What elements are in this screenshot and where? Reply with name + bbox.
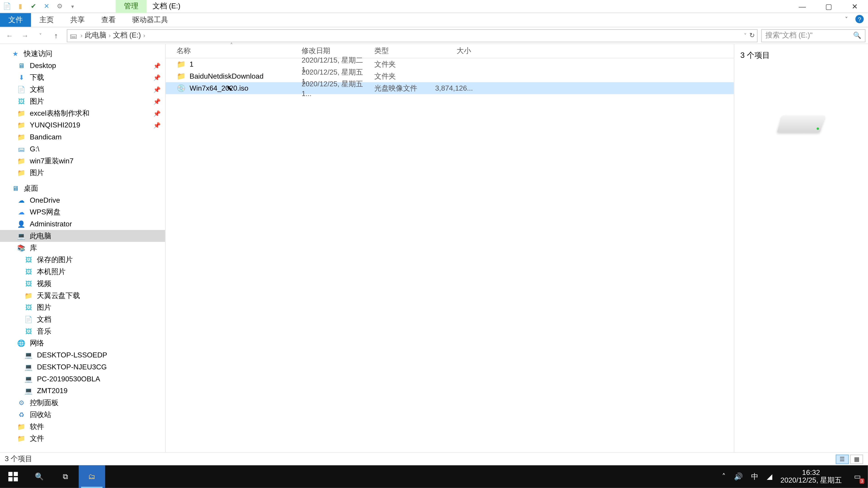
breadcrumb-item[interactable]: 此电脑 xyxy=(84,30,107,40)
tree-item[interactable]: ⬇下载📌 xyxy=(0,71,165,84)
history-dropdown-icon[interactable]: ˅ xyxy=(33,28,48,42)
breadcrumb-item[interactable]: 文档 (E:) xyxy=(112,30,142,40)
preview-pane: 3 个项目 xyxy=(734,44,868,452)
column-header-size[interactable]: 大小 xyxy=(435,46,475,56)
tree-item[interactable]: 🖴G:\ xyxy=(0,143,165,155)
tree-item[interactable]: 🖼保存的图片 xyxy=(0,254,165,266)
tree-item[interactable]: 📁图片 xyxy=(0,167,165,179)
tab-share[interactable]: 共享 xyxy=(62,13,93,27)
tree-item[interactable]: 📁Bandicam xyxy=(0,131,165,143)
tree-item[interactable]: 📁YUNQISHI2019📌 xyxy=(0,119,165,131)
chevron-right-icon[interactable]: › xyxy=(142,32,147,39)
pic-icon: 🖼 xyxy=(24,255,33,265)
ime-indicator[interactable]: 中 xyxy=(751,471,758,482)
tree-item[interactable]: 💻ZMT2019 xyxy=(0,385,165,397)
navigation-pane[interactable]: ★快速访问🖥Desktop📌⬇下载📌📄文档📌🖼图片📌📁excel表格制作求和📌📁… xyxy=(0,44,166,452)
file-row[interactable]: 📁12020/12/15, 星期二 1...文件夹 xyxy=(166,58,734,70)
tree-item[interactable]: 📁软件 xyxy=(0,421,165,433)
tab-file[interactable]: 文件 xyxy=(0,13,31,27)
tree-item[interactable]: 📄文档📌 xyxy=(0,84,165,95)
clock[interactable]: 16:32 2020/12/25, 星期五 xyxy=(780,469,842,484)
qat-gear-icon[interactable]: ⚙ xyxy=(55,2,64,11)
column-header-name[interactable]: 名称˄ xyxy=(177,46,302,56)
context-tab-manage[interactable]: 管理 xyxy=(116,0,147,13)
tree-item[interactable]: ♻回收站 xyxy=(0,409,165,421)
tray-overflow-icon[interactable]: ˄ xyxy=(722,473,725,481)
thumbnails-view-button[interactable]: ▦ xyxy=(850,454,863,464)
tree-item[interactable]: ☁WPS网盘 xyxy=(0,206,165,218)
up-button[interactable]: ↑ xyxy=(49,28,63,42)
tab-view[interactable]: 查看 xyxy=(93,13,124,27)
onedrive-icon: ☁ xyxy=(17,195,26,205)
column-header-type[interactable]: 类型 xyxy=(374,46,435,56)
qat-check-icon[interactable]: ✔ xyxy=(29,2,38,11)
search-button[interactable]: 🔍 xyxy=(26,465,53,488)
tree-item[interactable]: 🖼图片📌 xyxy=(0,95,165,107)
tree-item[interactable]: 📁文件 xyxy=(0,432,165,445)
chevron-right-icon[interactable]: › xyxy=(79,32,84,39)
tree-item-label: PC-20190530OBLA xyxy=(37,375,100,383)
tree-item[interactable]: 💻DESKTOP-LSSOEDP xyxy=(0,349,165,361)
qat-close-icon[interactable]: ✕ xyxy=(42,2,51,11)
tree-item[interactable]: 📄文档 xyxy=(0,313,165,325)
details-view-button[interactable]: ☰ xyxy=(836,454,849,464)
tree-item[interactable]: 🖼音乐 xyxy=(0,325,165,337)
tree-item[interactable]: ⚙控制面板 xyxy=(0,397,165,409)
task-view-button[interactable]: ⧉ xyxy=(53,465,79,488)
tree-item[interactable]: 🌐网络 xyxy=(0,337,165,349)
forward-button[interactable]: → xyxy=(18,28,32,42)
tree-item-label: 软件 xyxy=(30,422,44,432)
minimize-button[interactable]: — xyxy=(789,0,815,13)
tree-item[interactable]: 📁win7重装win7 xyxy=(0,155,165,167)
svg-rect-0 xyxy=(8,472,12,476)
tree-item[interactable]: ☁OneDrive xyxy=(0,194,165,206)
tray-app-icon[interactable]: ◢ xyxy=(767,473,772,481)
tree-item[interactable]: 🖼图片 xyxy=(0,301,165,313)
pin-icon: 📌 xyxy=(153,110,160,117)
cp-icon: ⚙ xyxy=(17,398,26,408)
help-icon[interactable]: ? xyxy=(855,14,864,24)
tree-item[interactable]: 📚库 xyxy=(0,242,165,254)
tree-item-label: 本机照片 xyxy=(37,267,66,277)
tree-item[interactable]: 👤Administrator xyxy=(0,218,165,230)
tree-item[interactable]: 🖥Desktop📌 xyxy=(0,60,165,72)
start-button[interactable] xyxy=(0,465,26,488)
tree-item[interactable]: 💻DESKTOP-NJEU3CG xyxy=(0,361,165,373)
tree-item[interactable]: 🖥桌面 xyxy=(0,182,165,194)
tree-item[interactable]: 💻此电脑 xyxy=(0,230,165,242)
breadcrumb[interactable]: 🖴 › 此电脑 › 文档 (E:) › ˅ ↻ xyxy=(67,29,757,42)
desktop-icon: 🖥 xyxy=(11,184,20,193)
tree-item[interactable]: 🖼视频 xyxy=(0,278,165,290)
search-input[interactable]: 搜索"文档 (E:)" 🔍 xyxy=(761,29,865,42)
tree-item-label: 音乐 xyxy=(37,326,51,336)
volume-icon[interactable]: 🔊 xyxy=(734,473,743,481)
action-center-button[interactable]: ▭ 3 xyxy=(850,469,864,484)
tree-item[interactable]: 💻PC-20190530OBLA xyxy=(0,373,165,385)
tab-drive-tools[interactable]: 驱动器工具 xyxy=(124,13,176,27)
download-icon: ⬇ xyxy=(17,73,26,82)
file-type: 文件夹 xyxy=(374,59,435,69)
tree-item-label: 保存的图片 xyxy=(37,255,72,265)
explorer-taskbar-button[interactable]: 🗂 xyxy=(79,465,105,488)
tab-home[interactable]: 主页 xyxy=(31,13,62,27)
tree-item[interactable]: 🖼本机照片 xyxy=(0,266,165,278)
chevron-right-icon[interactable]: › xyxy=(107,32,112,39)
tree-item[interactable]: 📁excel表格制作求和📌 xyxy=(0,107,165,119)
tree-item[interactable]: 📁天翼云盘下载 xyxy=(0,290,165,302)
tree-item[interactable]: ★快速访问 xyxy=(0,48,165,60)
breadcrumb-dropdown-icon[interactable]: ˅ xyxy=(744,33,747,38)
column-header-date[interactable]: 修改日期 xyxy=(302,46,374,56)
doc-icon: 📄 xyxy=(17,85,26,94)
maximize-button[interactable]: ▢ xyxy=(815,0,842,13)
search-icon[interactable]: 🔍 xyxy=(853,32,862,39)
file-row[interactable]: 💿Win7x64_2020.iso2020/12/25, 星期五 1...光盘映… xyxy=(166,82,734,94)
qat-more-icon[interactable]: ▾ xyxy=(68,2,78,11)
refresh-icon[interactable]: ↻ xyxy=(749,32,755,39)
ribbon-collapse-icon[interactable]: ˅ xyxy=(842,14,851,24)
context-tab-group: 管理 xyxy=(116,0,147,13)
back-button[interactable]: ← xyxy=(2,28,17,42)
file-row[interactable]: 📁BaiduNetdiskDownload2020/12/25, 星期五 1..… xyxy=(166,70,734,82)
tree-item-label: WPS网盘 xyxy=(30,207,60,217)
close-button[interactable]: ✕ xyxy=(842,0,868,13)
qat-folder-icon[interactable]: ▮ xyxy=(16,2,25,11)
